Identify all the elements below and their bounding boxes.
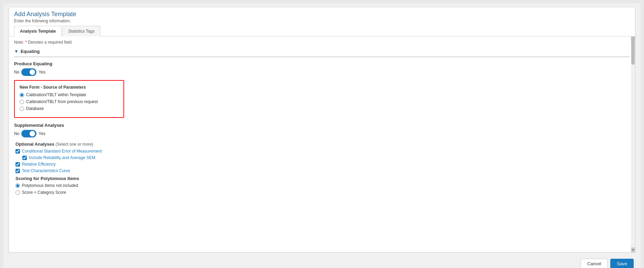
page-title: Add Analysis Template: [14, 11, 630, 18]
reliability-checkbox[interactable]: [22, 156, 27, 160]
optional-analyses-label: Optional Analyses (Select one or more): [15, 142, 630, 147]
produce-equating-toggle-row: No Yes: [14, 68, 630, 76]
source-option-1-label: Calibration/TBLT within Template: [26, 92, 86, 97]
tab-statistics-tags[interactable]: Statistics Tags: [62, 26, 100, 36]
optional-analyses-section: Optional Analyses (Select one or more) C…: [15, 142, 630, 195]
source-radio-1[interactable]: [20, 93, 24, 97]
supplemental-no-label: No: [14, 131, 19, 136]
score-category-label: Score = Category Score: [22, 190, 66, 195]
content-area: Note: * Denotes a required field ▼ Equat…: [9, 36, 635, 252]
footer-bar: Cancel Save: [3, 256, 641, 268]
note-prefix: Note:: [14, 40, 25, 45]
tab-analysis-template[interactable]: Analysis Template: [14, 26, 62, 36]
tabs-bar: Analysis Template Statistics Tags: [9, 25, 635, 36]
scroll-down-arrow[interactable]: ▼: [631, 247, 635, 252]
reliability-label: Include Reliability and Average SEM: [29, 155, 95, 160]
source-option-1: Calibration/TBLT within Template: [20, 92, 119, 97]
source-radio-3[interactable]: [20, 107, 24, 111]
equating-section-title: Equating: [21, 49, 40, 54]
cancel-button[interactable]: Cancel: [581, 259, 608, 268]
equating-divider: [14, 57, 630, 57]
polytomous-not-included-label: Polytomous Items not included: [22, 183, 78, 188]
scrollbar-thumb[interactable]: [631, 37, 635, 65]
supplemental-analyses-label: Supplemental Analyses: [14, 123, 630, 128]
optional-analyses-hint: (Select one or more): [56, 142, 93, 147]
produce-equating-no-label: No: [14, 70, 19, 75]
source-option-2-label: Calibration/TBLT from previous request: [26, 99, 98, 104]
supplemental-analyses-toggle[interactable]: [21, 130, 36, 137]
polytomous-not-included-radio[interactable]: [15, 183, 20, 188]
produce-equating-label: Produce Equating: [14, 61, 630, 66]
relative-efficiency-label: Relative Efficiency: [22, 162, 56, 167]
page-subtitle: Enter the following information.: [14, 19, 630, 23]
source-option-2: Calibration/TBLT from previous request: [20, 99, 119, 104]
source-box-title: New Form - Source of Parameters: [20, 85, 119, 90]
source-option-3-label: Database: [26, 106, 44, 111]
tcc-option: Test Characteristics Curve: [15, 168, 630, 173]
produce-equating-toggle[interactable]: [21, 68, 36, 76]
save-button[interactable]: Save: [610, 259, 634, 268]
source-radio-2[interactable]: [20, 100, 24, 104]
supplemental-section: Supplemental Analyses No Yes Optional An…: [14, 123, 630, 195]
csem-option: Conditional Standard Error of Measuremen…: [15, 149, 630, 154]
polytomous-not-included-option: Polytomous Items not included: [15, 183, 630, 188]
source-option-3: Database: [20, 106, 119, 111]
note-text: Note: * Denotes a required field: [14, 40, 630, 45]
scrollbar[interactable]: ▲ ▼: [631, 36, 635, 252]
source-parameters-box: New Form - Source of Parameters Calibrat…: [14, 80, 124, 118]
score-category-option: Score = Category Score: [15, 190, 630, 195]
supplemental-yes-label: Yes: [39, 131, 45, 136]
tcc-label: Test Characteristics Curve: [22, 168, 70, 173]
tcc-checkbox[interactable]: [15, 169, 20, 173]
supplemental-analyses-toggle-row: No Yes: [14, 130, 630, 137]
score-category-radio[interactable]: [15, 190, 20, 195]
equating-section-header: ▼ Equating: [14, 49, 630, 54]
page-header: Add Analysis Template Enter the followin…: [9, 7, 635, 25]
reliability-option: Include Reliability and Average SEM: [22, 155, 630, 160]
csem-label: Conditional Standard Error of Measuremen…: [22, 149, 102, 154]
produce-equating-yes-label: Yes: [39, 70, 45, 75]
scoring-polytomous-label: Scoring for Polytomous Items: [15, 176, 630, 181]
csem-checkbox[interactable]: [15, 149, 20, 154]
relative-efficiency-option: Relative Efficiency: [15, 162, 630, 167]
note-body: Denotes a required field: [27, 40, 72, 45]
relative-efficiency-checkbox[interactable]: [15, 162, 20, 167]
equating-chevron-icon[interactable]: ▼: [14, 49, 19, 54]
